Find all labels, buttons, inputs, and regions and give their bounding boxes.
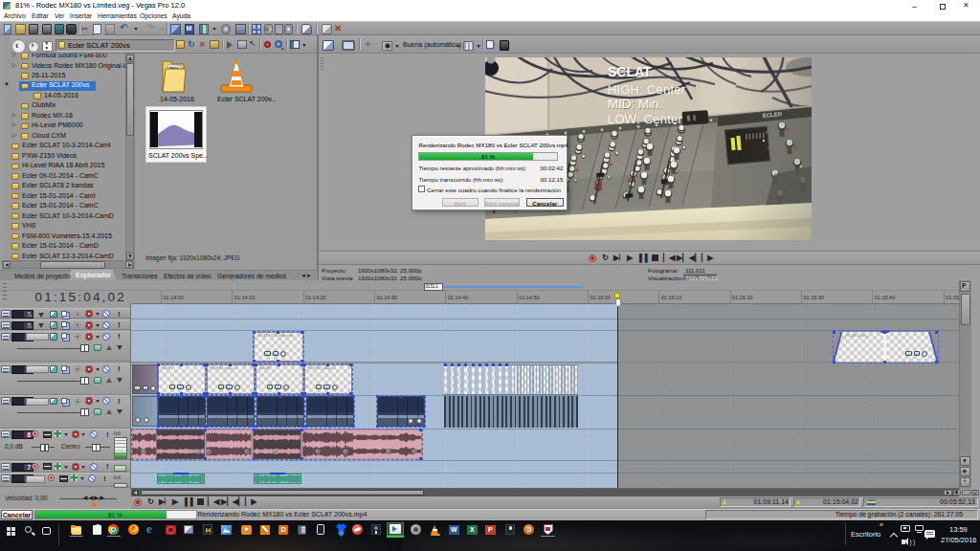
svg-text:MID: Min.: MID: Min. bbox=[608, 97, 662, 111]
svg-text:SCLAT: SCLAT bbox=[608, 64, 652, 79]
svg-text:HIGH: Center: HIGH: Center bbox=[608, 82, 686, 97]
svg-text:LOW: Center: LOW: Center bbox=[608, 112, 682, 126]
